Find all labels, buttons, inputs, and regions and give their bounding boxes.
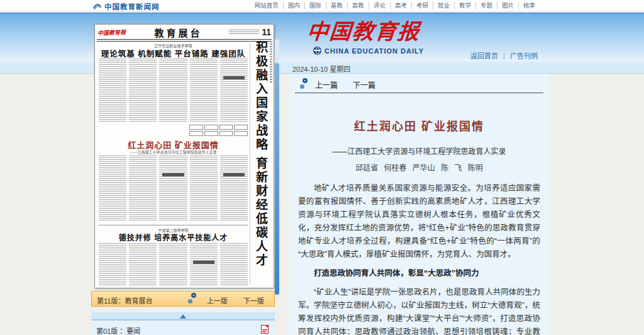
newspaper-page-number: 11 <box>262 27 271 37</box>
newspaper-text-column <box>99 59 126 123</box>
article-pager: 上一篇 下一篇 <box>295 74 543 93</box>
article-paragraph-1: 地矿人才培养质量关系国家资源与能源安全。为培养适应国家需要的富有报国情怀、善于创… <box>298 182 540 261</box>
newspaper-text-column <box>129 59 157 123</box>
article1-headline: 理论筑基 机制赋能 平台铺路 建强团队 <box>99 47 248 59</box>
nav-link-comment[interactable]: 评论 <box>369 2 390 9</box>
top-navbar: 中国教育新闻网 网站首页 国内 国际 基教 高教 评论 高考 考研 就业 教学 … <box>0 0 644 12</box>
article-section-heading: 打造思政协同育人共同体，彰显“大思政”协同力 <box>298 267 540 280</box>
nav-link-photos[interactable]: 图片 <box>497 2 518 9</box>
scroll-up-icon[interactable] <box>180 314 186 319</box>
article2-columns <box>99 156 248 222</box>
masthead-title: 中国教育报 <box>306 18 425 45</box>
top-nav-links: 网站首页 国内 国际 基教 高教 评论 高考 考研 就业 教学 专题 图片 桃李 <box>250 2 540 9</box>
newspaper-text-column <box>190 156 218 222</box>
flowchart-box <box>219 131 233 136</box>
masthead-divider <box>97 39 272 42</box>
flowchart-box <box>234 131 248 136</box>
article-title: 红土润心田 矿业报国情 <box>289 117 549 133</box>
vertical-org-lines <box>270 41 272 82</box>
site-logo-icon <box>93 3 102 10</box>
scrollbar-thumb[interactable] <box>275 63 279 295</box>
newspaper-page[interactable]: 中国教育报 教育展台 11 辽宁农业职业技术学院 理论筑基 机制赋能 平台铺路 … <box>94 24 274 288</box>
newspaper-viewer: 中国教育报 教育展台 11 辽宁农业职业技术学院 理论筑基 机制赋能 平台铺路 … <box>91 24 279 335</box>
nav-link-home[interactable]: 网站首页 <box>250 2 283 9</box>
home-link[interactable]: 返回首页 <box>470 52 498 60</box>
current-date: 2024-10-10 星期四 <box>292 64 350 74</box>
flowchart-box <box>189 131 203 136</box>
site-logo[interactable]: 中国教育新闻网 <box>93 1 160 11</box>
article-panel: 上一篇 下一篇 红土润心田 矿业报国情 ——江西理工大学资源与环境工程学院思政育… <box>289 74 549 335</box>
flowchart-box <box>234 125 248 130</box>
ads-link[interactable]: 广告刊例 <box>504 52 538 60</box>
prev-article-icon[interactable] <box>303 78 308 83</box>
newspaper-text-column <box>99 243 126 285</box>
nav-link-taoli[interactable]: 桃李 <box>518 2 540 9</box>
newspaper-text-column <box>129 156 157 222</box>
article3-headline: 德技并修 培养高水平技能人才 <box>99 232 248 242</box>
nav-link-kaoyan[interactable]: 考研 <box>411 2 433 9</box>
current-edition-label: 第11版：教育展台 <box>97 295 152 305</box>
nav-link-gaokao[interactable]: 高考 <box>390 2 411 9</box>
nav-link-basic-edu[interactable]: 基教 <box>326 2 347 9</box>
nav-link-special[interactable]: 专题 <box>475 2 497 9</box>
flowchart-box <box>189 125 203 130</box>
edition-list-scroll <box>91 312 275 321</box>
newspaper-header: 中国教育报 教育展台 11 <box>97 26 271 38</box>
masthead-subtitle-row: CHINA EDUCATION DAILY <box>313 47 424 55</box>
newspaper-masthead: 中国教育报 <box>97 28 128 37</box>
nav-link-jobs[interactable]: 就业 <box>433 2 454 9</box>
vertical-article: 积极融入国家战略 育新财经低碳人才 <box>250 41 273 285</box>
masthead-subtitle: CHINA EDUCATION DAILY <box>325 47 424 55</box>
site-logo-text: 中国教育新闻网 <box>104 1 160 11</box>
newspaper-text-column <box>220 243 248 285</box>
prev-edition-link[interactable]: 上一版 <box>207 295 228 305</box>
newspaper-text-column <box>220 59 248 123</box>
article-body: 地矿人才培养质量关系国家资源与能源安全。为培养适应国家需要的富有报国情怀、善于创… <box>298 182 540 335</box>
globe-icon <box>313 47 321 55</box>
next-article-link[interactable]: 下一篇 <box>353 79 375 90</box>
prev-edition-icon[interactable] <box>191 293 196 298</box>
issue-info-lines <box>229 30 259 35</box>
article-authors: 邱廷省 何桂春 严华山 陈 飞 陈明 <box>289 162 549 173</box>
newspaper-text-column <box>159 243 187 285</box>
edition-label: 第01版 ：要闻 <box>96 326 140 335</box>
nav-link-domestic[interactable]: 国内 <box>283 2 304 9</box>
article-subtitle: ——江西理工大学资源与环境工程学院思政育人实录 <box>289 145 549 156</box>
newspaper-text-column <box>99 156 126 222</box>
edition-bar: 第11版：教育展台 上一版 下一版 <box>91 291 275 307</box>
article2-flowchart <box>189 125 248 136</box>
prev-article-link[interactable]: 上一篇 <box>315 79 338 90</box>
flowchart-box <box>204 125 218 130</box>
nav-link-international[interactable]: 国际 <box>304 2 326 9</box>
next-edition-link[interactable]: 下一版 <box>243 295 264 305</box>
newspaper-text-column <box>190 243 218 285</box>
newspaper-scrollbar[interactable] <box>275 39 279 295</box>
masthead: 中国教育报 CHINA EDUCATION DAILY <box>307 18 424 55</box>
article1-columns <box>99 59 248 123</box>
newspaper-text-column <box>220 156 248 222</box>
flowchart-box <box>219 125 233 130</box>
nav-link-teaching[interactable]: 教学 <box>454 2 475 9</box>
pdf-icon[interactable] <box>261 325 269 334</box>
screen: 中国教育新闻网 网站首页 国内 国际 基教 高教 评论 高考 考研 就业 教学 … <box>0 0 644 335</box>
newspaper-text-column <box>190 59 218 123</box>
newspaper-text-column <box>159 59 187 123</box>
article-paragraph-2: “矿业人生”讲坛是学院一张思政名片，也是思政育人共同体的生力军。学院坚守立德树人… <box>298 286 540 335</box>
newspaper-text-column <box>129 243 157 285</box>
newspaper-text-column <box>159 156 187 222</box>
flowchart-box <box>204 131 218 136</box>
masthead-links: 返回首页广告刊例 <box>470 50 538 60</box>
article2-subtitle: ——江西理工大学资源与环境工程学院思政育人实录 <box>99 149 248 155</box>
vertical-headline: 积极融入国家战略 育新财经低碳人才 <box>252 41 269 285</box>
article3-divider <box>99 225 248 225</box>
article3-columns <box>99 243 248 285</box>
next-article-icon[interactable] <box>300 84 304 89</box>
nav-link-higher-edu[interactable]: 高教 <box>347 2 369 9</box>
next-edition-icon[interactable] <box>188 299 192 304</box>
newspaper-issue-info: 11 <box>229 27 271 37</box>
edition-list-item[interactable]: 第01版 ：要闻 <box>91 322 275 335</box>
newspaper-banner: 教育展台 <box>155 26 203 39</box>
